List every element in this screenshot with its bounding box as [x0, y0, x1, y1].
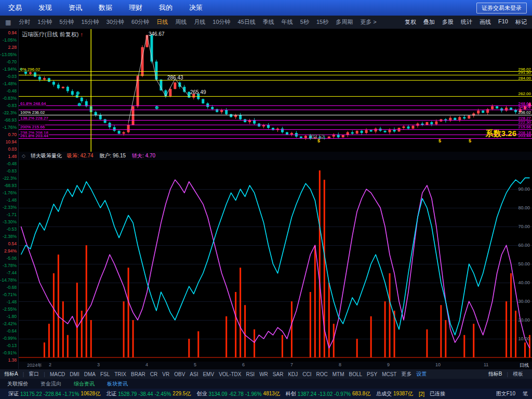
- indicator-tab[interactable]: WR: [259, 371, 268, 377]
- period-tab[interactable]: 季线: [259, 18, 278, 26]
- watchlist-value[interactable]: -1.76%: [0, 189, 18, 196]
- indicator-tab[interactable]: EMV: [203, 371, 214, 377]
- indicator-tab[interactable]: ROC: [316, 371, 328, 377]
- menu-item[interactable]: 数据: [99, 3, 112, 12]
- period-tab[interactable]: 30分钟: [103, 18, 128, 26]
- watchlist-value[interactable]: -2.55%: [0, 305, 18, 313]
- menu-item[interactable]: 资讯: [69, 3, 82, 12]
- watchlist-strip[interactable]: 0.94-1.05%2.28-13.05%-0.70-1.94%-0.03-1.…: [0, 29, 19, 369]
- watchlist-value[interactable]: 2.28: [0, 44, 18, 51]
- period-tab[interactable]: 15分钟: [78, 18, 103, 26]
- period-tab[interactable]: 60分钟: [128, 18, 153, 26]
- news-tab[interactable]: 关联报价: [7, 380, 28, 388]
- period-tab[interactable]: 周线: [171, 18, 190, 26]
- watchlist-value[interactable]: -3.30%: [0, 218, 18, 225]
- indicator-tab[interactable]: BOLL: [349, 371, 363, 377]
- indicator-tab[interactable]: MCST: [382, 371, 396, 377]
- watchlist-value[interactable]: 0.03: [0, 145, 18, 153]
- news-tab[interactable]: 综合资讯: [74, 380, 95, 388]
- watchlist-value[interactable]: -2.38%: [0, 233, 18, 240]
- index-name[interactable]: 深证: [8, 390, 19, 397]
- indicator-tab[interactable]: VOL-TDX: [219, 371, 241, 377]
- menu-item[interactable]: 我的: [159, 3, 172, 12]
- menu-item[interactable]: 决策: [189, 3, 203, 12]
- indicator-name[interactable]: 轿夫吸筹量化: [31, 152, 62, 159]
- menu-item[interactable]: 发现: [38, 3, 52, 12]
- indicator-tab[interactable]: VR: [162, 371, 169, 377]
- menu-item[interactable]: 理财: [129, 3, 142, 12]
- watchlist-value[interactable]: 0.54: [0, 240, 18, 247]
- indicator-group-a[interactable]: 指标A: [4, 370, 18, 378]
- index-name[interactable]: 科创: [286, 390, 296, 397]
- period-tab[interactable]: 5秒: [297, 18, 313, 26]
- watchlist-value[interactable]: 0.70: [0, 131, 18, 138]
- period-tab[interactable]: 分时: [15, 18, 34, 26]
- tool-button[interactable]: 标记: [515, 18, 527, 26]
- watchlist-value[interactable]: -22.3%: [0, 175, 18, 182]
- period-tab[interactable]: 日线: [153, 18, 171, 26]
- watchlist-value[interactable]: -0.83%: [0, 95, 18, 102]
- indicator-tab[interactable]: BRAR: [131, 371, 145, 377]
- candlestick-chart[interactable]: [19, 29, 532, 152]
- watchlist-value[interactable]: -0.70: [0, 58, 18, 65]
- watchlist-value[interactable]: -0.03: [0, 73, 18, 80]
- indicator-tab[interactable]: DMI: [70, 371, 79, 377]
- period-tab[interactable]: 45日线: [234, 18, 259, 26]
- watchlist-value[interactable]: -0.53: [0, 225, 18, 233]
- watchlist-value[interactable]: -0.71%: [0, 291, 18, 298]
- watchlist-value[interactable]: -0.83: [0, 102, 18, 109]
- watchlist-value[interactable]: -0.68: [0, 284, 18, 291]
- indicator-more-button[interactable]: 更多: [401, 370, 411, 378]
- indicator-tab[interactable]: OBV: [174, 371, 185, 377]
- watchlist-value[interactable]: -1.48: [0, 196, 18, 204]
- tool-button[interactable]: 多股: [442, 18, 454, 26]
- indicator-tab[interactable]: RSI: [246, 371, 255, 377]
- indicator-tab[interactable]: CR: [150, 371, 157, 377]
- menu-item[interactable]: 交易: [8, 3, 22, 12]
- tool-button[interactable]: F10: [498, 18, 508, 26]
- period-tab[interactable]: 15秒: [313, 18, 332, 26]
- layout-grid-icon[interactable]: ▦: [5, 19, 11, 26]
- period-tab[interactable]: 5分钟: [56, 18, 77, 26]
- period-tab[interactable]: 月线: [190, 18, 209, 26]
- watchlist-value[interactable]: -68.93: [0, 182, 18, 189]
- indicator-tab[interactable]: FSL: [100, 371, 110, 377]
- watchlist-value[interactable]: 10.94: [0, 138, 18, 145]
- watchlist-value[interactable]: 1.38: [0, 356, 18, 364]
- indicator-tab[interactable]: MTM: [332, 371, 344, 377]
- tool-button[interactable]: 叠加: [423, 18, 435, 26]
- watchlist-value[interactable]: 1.48: [0, 153, 18, 160]
- period-tab[interactable]: 1分钟: [34, 18, 56, 26]
- watchlist-value[interactable]: -22.3%: [0, 109, 18, 116]
- indicator-settings-button[interactable]: 设置: [416, 370, 427, 378]
- indicator-chart[interactable]: [19, 160, 532, 362]
- watchlist-value[interactable]: 0.94: [0, 29, 18, 36]
- watchlist-value[interactable]: -0.13: [0, 342, 18, 349]
- index-name[interactable]: 北证: [106, 390, 116, 397]
- tool-button[interactable]: 画线: [480, 18, 491, 26]
- period-tab[interactable]: 年线: [278, 18, 297, 26]
- period-tab[interactable]: 多周期: [332, 18, 356, 26]
- watchlist-value[interactable]: -1.71: [0, 211, 18, 218]
- watchlist-value[interactable]: -1.48: [0, 298, 18, 305]
- watchlist-value[interactable]: -0.99%: [0, 335, 18, 342]
- watchlist-value[interactable]: -7.44: [0, 269, 18, 276]
- watchlist-value[interactable]: -3.78%: [0, 262, 18, 269]
- watchlist-value[interactable]: -1.76%: [0, 124, 18, 131]
- watchlist-value[interactable]: -2.33%: [0, 204, 18, 211]
- status-right-item[interactable]: 笔: [523, 390, 528, 397]
- kline-chart-panel[interactable]: 迈瑞医疗(日线 前复权)↑ 系数3.26 0% 296.02296.02291.…: [19, 29, 532, 152]
- tool-button[interactable]: 复权: [405, 18, 416, 26]
- watchlist-value[interactable]: -1.94%: [0, 65, 18, 73]
- indicator-tab[interactable]: DMA: [84, 371, 96, 377]
- watchlist-value[interactable]: 2.94%: [0, 247, 18, 255]
- watchlist-value[interactable]: -13.05%: [0, 51, 18, 58]
- indicator-tab[interactable]: CCI: [302, 371, 311, 377]
- watchlist-value[interactable]: -1.05%: [0, 36, 18, 44]
- indicator-tab[interactable]: MACD: [50, 371, 65, 377]
- watchlist-value[interactable]: -0.83: [0, 167, 18, 175]
- indicator-tab[interactable]: KDJ: [288, 371, 298, 377]
- watchlist-value[interactable]: -14.78%: [0, 276, 18, 284]
- template-button[interactable]: 模板: [513, 370, 523, 378]
- index-name[interactable]: 创业: [196, 390, 207, 397]
